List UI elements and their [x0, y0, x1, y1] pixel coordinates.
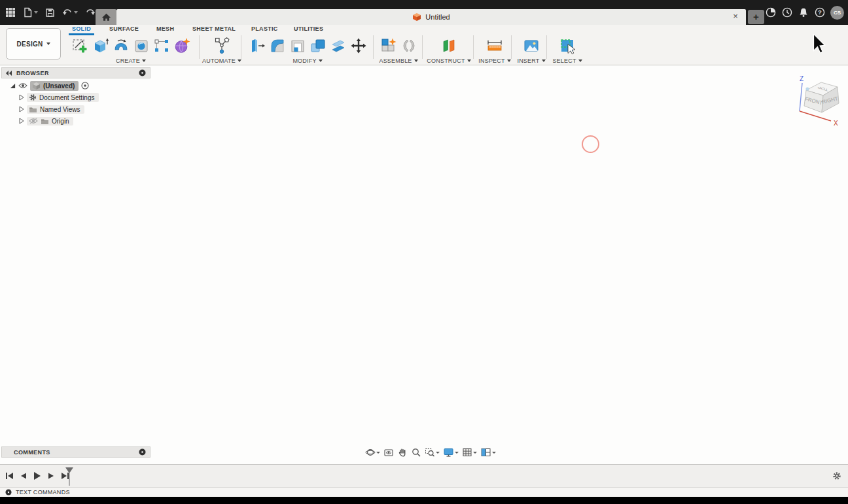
tree-collapsed-icon[interactable] — [19, 94, 24, 101]
tree-collapsed-icon[interactable] — [19, 106, 24, 112]
zoom-magnifier-icon — [411, 447, 421, 458]
tab-surface[interactable]: SURFACE — [109, 25, 139, 34]
display-settings-button[interactable] — [442, 446, 460, 458]
joint-button[interactable] — [398, 35, 419, 56]
tree-row-document-settings[interactable]: Document Settings — [1, 92, 150, 103]
tree-expanded-icon[interactable] — [10, 83, 16, 89]
create-sketch-icon — [71, 37, 90, 55]
close-tab-icon[interactable]: × — [730, 11, 741, 22]
chevron-down-icon — [414, 59, 418, 62]
create-form-icon — [173, 37, 191, 55]
viewport-canvas[interactable]: BROWSER (Unsaved) Document Settings Name… — [0, 65, 848, 464]
app-grid-icon[interactable] — [4, 6, 17, 19]
notifications-bell-icon[interactable] — [798, 7, 809, 18]
new-component-button[interactable] — [378, 35, 398, 56]
offset-face-button[interactable] — [328, 35, 348, 56]
view-cube[interactable]: Z X TOP FRONT RIGHT — [783, 71, 848, 131]
select-icon — [558, 37, 576, 55]
shell-button[interactable] — [287, 35, 308, 56]
insert-image-button[interactable] — [521, 35, 542, 56]
tree-row-root[interactable]: (Unsaved) — [1, 80, 150, 92]
create-form-button[interactable] — [171, 35, 192, 56]
tab-plastic[interactable]: PLASTIC — [251, 25, 278, 34]
construct-dropdown[interactable]: CONSTRUCT — [427, 58, 471, 64]
panel-options-icon[interactable] — [139, 69, 146, 76]
create-dropdown[interactable]: CREATE — [68, 58, 194, 64]
named-views-chip[interactable]: Named Views — [27, 105, 84, 114]
comments-panel-header[interactable]: COMMENTS — [1, 446, 150, 458]
timeline-settings-gear-icon[interactable] — [832, 471, 841, 480]
insert-dropdown[interactable]: INSERT — [514, 58, 548, 64]
select-dropdown[interactable]: SELECT — [550, 58, 585, 64]
modify-dropdown[interactable]: MODIFY — [245, 58, 370, 64]
save-button[interactable] — [44, 7, 56, 19]
new-tab-button[interactable]: + — [748, 10, 764, 24]
activate-component-radio-icon[interactable] — [81, 82, 89, 90]
collapse-panel-icon[interactable] — [6, 71, 12, 76]
select-button[interactable] — [557, 35, 578, 56]
home-tab[interactable] — [96, 9, 116, 25]
home-icon — [101, 12, 111, 22]
named-views-label: Named Views — [40, 106, 80, 113]
tree-row-named-views[interactable]: Named Views — [1, 103, 150, 115]
combine-button[interactable] — [308, 35, 328, 56]
look-at-button[interactable] — [382, 446, 395, 458]
panel-options-icon[interactable] — [139, 448, 146, 456]
browser-panel-header[interactable]: BROWSER — [1, 67, 150, 78]
grid-snaps-button[interactable] — [461, 446, 478, 458]
file-menu-button[interactable] — [22, 6, 39, 19]
tree-row-origin[interactable]: Origin — [1, 115, 150, 127]
automate-dropdown[interactable]: AUTOMATE — [203, 58, 241, 64]
step-forward-button[interactable] — [45, 471, 56, 481]
pan-button[interactable] — [396, 446, 409, 458]
skip-to-start-button[interactable] — [4, 471, 15, 481]
press-pull-button[interactable] — [247, 35, 267, 56]
inspect-dropdown[interactable]: INSPECT — [476, 58, 513, 64]
group-insert: INSERT — [514, 35, 548, 64]
group-inspect: INSPECT — [476, 35, 513, 64]
zoom-button[interactable] — [410, 446, 423, 458]
document-settings-label: Document Settings — [39, 94, 95, 101]
orbit-icon — [365, 447, 376, 458]
chevron-down-icon — [319, 59, 323, 62]
automation-button[interactable] — [212, 35, 232, 56]
play-button[interactable] — [31, 471, 43, 481]
tab-sheet-metal[interactable]: SHEET METAL — [192, 25, 236, 34]
design-workspace-dropdown[interactable]: DESIGN — [6, 28, 61, 59]
create-sketch-button[interactable] — [70, 35, 90, 56]
document-settings-chip[interactable]: Document Settings — [27, 93, 99, 102]
rectangular-pattern-button[interactable] — [151, 35, 171, 56]
viewports-button[interactable] — [479, 446, 497, 458]
panel-options-icon[interactable] — [5, 489, 12, 496]
step-back-button[interactable] — [18, 471, 29, 481]
move-button[interactable] — [348, 35, 368, 56]
timeline-marker[interactable] — [64, 467, 75, 486]
fillet-button[interactable] — [267, 35, 287, 56]
visibility-off-eye-icon[interactable] — [29, 118, 38, 124]
measure-button[interactable] — [485, 35, 505, 56]
window-zoom-button[interactable] — [423, 446, 441, 458]
hole-button[interactable] — [131, 35, 151, 56]
text-commands-bar[interactable]: TEXT COMMANDS — [0, 487, 848, 497]
visibility-eye-icon[interactable] — [18, 82, 27, 89]
document-tab[interactable]: Untitled × — [116, 9, 746, 25]
tab-solid[interactable]: SOLID — [72, 25, 91, 34]
text-commands-label: TEXT COMMANDS — [16, 489, 70, 496]
tab-utilities[interactable]: UTILITIES — [294, 25, 323, 34]
user-avatar[interactable]: CS — [830, 6, 844, 20]
extensions-icon[interactable] — [765, 7, 777, 18]
job-status-icon[interactable] — [781, 7, 793, 18]
chevron-down-icon — [467, 59, 471, 62]
revolve-button[interactable] — [111, 35, 131, 56]
assemble-dropdown[interactable]: ASSEMBLE — [377, 58, 420, 64]
construction-plane-button[interactable] — [439, 35, 459, 56]
help-icon[interactable]: ? — [814, 7, 826, 18]
extrude-button[interactable] — [90, 35, 111, 56]
orbit-button[interactable] — [364, 446, 381, 458]
offset-face-icon — [329, 37, 347, 55]
origin-chip[interactable]: Origin — [27, 117, 73, 126]
tree-collapsed-icon[interactable] — [19, 118, 24, 124]
tab-mesh[interactable]: MESH — [156, 25, 174, 34]
root-component-chip[interactable]: (Unsaved) — [30, 81, 79, 91]
undo-button[interactable] — [61, 7, 79, 18]
